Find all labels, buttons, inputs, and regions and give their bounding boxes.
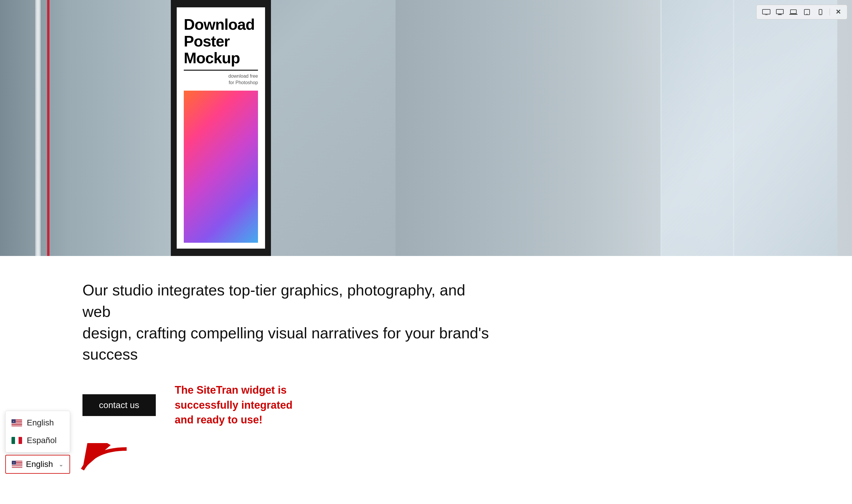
corridor-right: [396, 0, 852, 256]
svg-rect-4: [776, 10, 783, 14]
language-selector-button[interactable]: English ⌄: [5, 455, 70, 474]
selected-language-label: English: [26, 460, 53, 469]
flag-mx-red: [19, 437, 22, 444]
flag-mx-white: [15, 437, 19, 444]
mobile-icon[interactable]: [815, 8, 826, 16]
red-arrow: [71, 443, 129, 480]
svg-point-9: [807, 14, 807, 15]
sitetran-notice: The SiteTran widget is successfully inte…: [175, 383, 293, 427]
svg-point-11: [820, 14, 821, 14]
content-text: Our studio integrates top-tier graphics,…: [83, 280, 495, 427]
language-dropdown-container: English Español English ⌄: [5, 411, 70, 474]
language-option-english[interactable]: English: [5, 414, 70, 432]
chevron-down-icon: ⌄: [58, 461, 64, 468]
selected-flag-icon: [12, 461, 22, 468]
contact-button[interactable]: contact us: [83, 394, 156, 416]
english-option-label: English: [27, 418, 54, 428]
toolbar-separator: [830, 8, 830, 16]
tablet-icon[interactable]: [801, 8, 813, 16]
corridor-left: [0, 0, 171, 256]
laptop-icon[interactable]: [788, 8, 799, 16]
toolbar: ✕: [756, 5, 847, 19]
main-description: Our studio integrates top-tier graphics,…: [83, 280, 495, 365]
action-row: contact us The SiteTran widget is succes…: [83, 383, 495, 427]
monitor-icon[interactable]: [761, 8, 772, 16]
svg-rect-7: [790, 10, 796, 14]
poster-divider: [184, 70, 258, 71]
espanol-option-label: Español: [27, 436, 56, 445]
poster-title: Download Poster Mockup: [184, 16, 258, 67]
flag-mx-icon: [12, 437, 22, 444]
glass-panel: [661, 0, 837, 256]
poster-gradient: [184, 91, 258, 243]
poster-frame: Download Poster Mockup download free for…: [171, 0, 271, 256]
close-button[interactable]: ✕: [833, 7, 843, 17]
hero-section: Download Poster Mockup download free for…: [0, 0, 852, 256]
flag-mx-green: [12, 437, 15, 444]
svg-rect-0: [763, 10, 770, 14]
language-option-espanol[interactable]: Español: [5, 432, 70, 449]
content-section: Our studio integrates top-tier graphics,…: [0, 256, 852, 503]
language-popup: English Español: [5, 411, 70, 452]
poster-inner: Download Poster Mockup download free for…: [177, 7, 265, 249]
desktop-icon[interactable]: [774, 8, 785, 16]
poster-subtitle: download free for Photoshop: [184, 73, 258, 86]
hero-background: Download Poster Mockup download free for…: [0, 0, 852, 256]
flag-us-icon: [12, 419, 22, 426]
